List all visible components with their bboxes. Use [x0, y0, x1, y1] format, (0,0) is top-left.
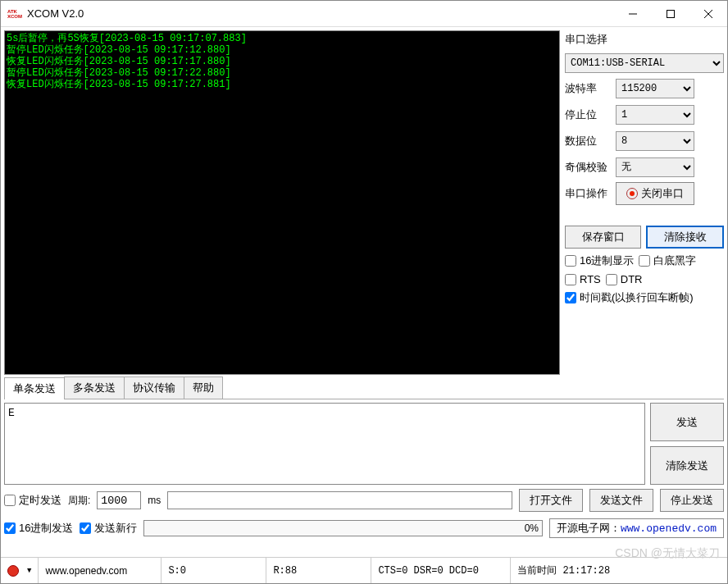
send-input[interactable]: [4, 403, 645, 485]
hex-send-checkbox[interactable]: 16进制发送: [4, 521, 73, 536]
record-icon: [626, 188, 638, 199]
port-select[interactable]: COM11:USB-SERIAL: [565, 53, 724, 73]
tab-bar: 单条发送 多条发送 协议传输 帮助: [4, 378, 724, 399]
status-url[interactable]: www.openedv.com: [39, 558, 162, 583]
rts-checkbox[interactable]: RTS: [565, 273, 601, 285]
maximize-button[interactable]: [652, 2, 689, 26]
status-lines: CTS=0 DSR=0 DCD=0: [371, 558, 511, 583]
baud-select[interactable]: 115200: [616, 79, 694, 98]
status-sent: S:0: [162, 558, 266, 583]
terminal-output[interactable]: 5s后暂停，再5S恢复[2023-08-15 09:17:07.883] 暂停L…: [4, 30, 560, 375]
close-button[interactable]: [689, 2, 727, 26]
status-received: R:88: [266, 558, 371, 583]
send-button[interactable]: 发送: [650, 403, 724, 441]
window-title: XCOM V2.0: [27, 7, 614, 20]
tab-protocol[interactable]: 协议传输: [124, 376, 184, 399]
status-time: 21:17:28: [563, 565, 611, 577]
tab-multi-send[interactable]: 多条发送: [64, 376, 125, 399]
dropdown-icon[interactable]: ▼: [27, 567, 31, 575]
timed-send-checkbox[interactable]: 定时发送: [4, 493, 61, 508]
ms-label: ms: [148, 495, 161, 506]
hex-display-checkbox[interactable]: 16进制显示: [565, 253, 634, 268]
clear-receive-button[interactable]: 清除接收: [646, 226, 724, 249]
send-file-button[interactable]: 发送文件: [589, 489, 653, 512]
tab-help[interactable]: 帮助: [184, 376, 223, 399]
app-logo-icon: ATKXCOM: [7, 7, 22, 21]
parity-label: 奇偶校验: [565, 160, 611, 175]
status-bar: ▼ www.openedv.com S:0 R:88 CTS=0 DSR=0 D…: [1, 557, 727, 583]
databits-select[interactable]: 8: [616, 131, 694, 151]
stopbits-label: 停止位: [565, 107, 611, 122]
baud-label: 波特率: [565, 81, 611, 96]
period-input[interactable]: [97, 491, 141, 509]
tab-single-send[interactable]: 单条发送: [4, 377, 65, 399]
period-label: 周期:: [68, 494, 90, 508]
white-bg-checkbox[interactable]: 白底黑字: [639, 253, 696, 268]
svg-rect-1: [667, 10, 675, 17]
stopbits-select[interactable]: 1: [616, 105, 694, 125]
close-port-button[interactable]: 关闭串口: [616, 182, 694, 205]
parity-select[interactable]: 无: [616, 157, 694, 177]
dtr-checkbox[interactable]: DTR: [606, 273, 643, 285]
databits-label: 数据位: [565, 134, 611, 148]
port-op-label: 串口操作: [565, 186, 611, 201]
minimize-button[interactable]: [614, 2, 652, 26]
progress-bar: 0%: [143, 520, 543, 536]
send-newline-checkbox[interactable]: 发送新行: [80, 521, 137, 536]
clear-send-button[interactable]: 清除发送: [650, 446, 724, 485]
website-link[interactable]: 开源电子网：www.openedv.com: [549, 518, 724, 538]
timestamp-checkbox[interactable]: 时间戳(以换行回车断帧): [565, 290, 724, 305]
file-path-input[interactable]: [167, 491, 512, 509]
open-file-button[interactable]: 打开文件: [519, 489, 583, 512]
status-record-icon: [7, 565, 19, 577]
save-window-button[interactable]: 保存窗口: [565, 226, 641, 249]
port-section-title: 串口选择: [565, 32, 724, 47]
stop-send-button[interactable]: 停止发送: [660, 489, 724, 512]
